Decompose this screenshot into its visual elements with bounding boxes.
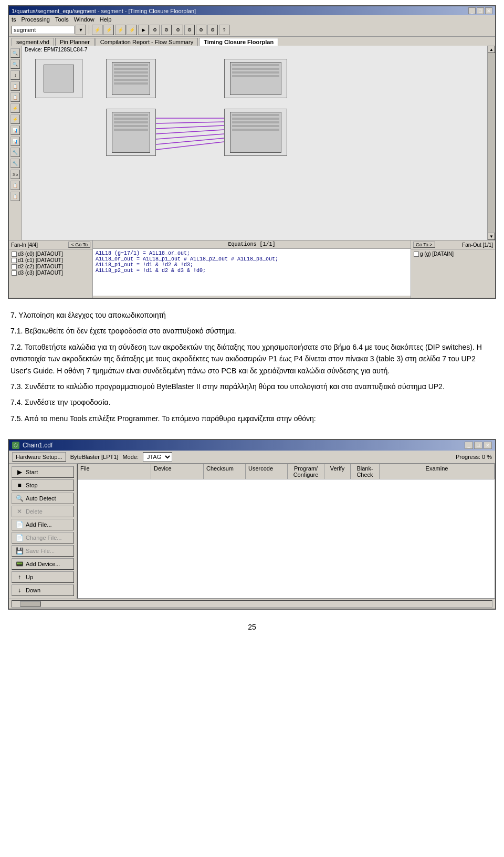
equation-line-0: A1L18 (g~17/1) = A1L18_or_out; [96, 250, 408, 256]
save-file-button[interactable]: 💾 Save File... [12, 545, 74, 557]
toolbar-btn-8[interactable]: ⚙ [161, 25, 172, 35]
scroll-track[interactable] [488, 53, 495, 233]
fan-in-title: Fan-In [4/4] [11, 242, 38, 248]
toolbar-btn-6[interactable]: ▶ [138, 25, 149, 35]
auto-detect-button[interactable]: 🔍 Auto Detect [12, 493, 74, 504]
left-icon-12[interactable]: Xb [10, 170, 20, 179]
menu-ts[interactable]: ts [12, 16, 16, 23]
fan-in-label-1: d1 (c1) [DATAOUT] [18, 257, 63, 263]
dialog-maximize-btn[interactable]: □ [474, 442, 482, 449]
fan-checkbox-1[interactable] [12, 258, 17, 263]
left-icon-3[interactable]: ↕ [10, 70, 20, 80]
stop-button[interactable]: ■ Stop [12, 479, 74, 491]
up-icon: ↑ [15, 573, 24, 581]
ide-main-content: 🔍 🔍 ↕ 📋 📋 ⚡ ⚡ 📊 📊 🔧 🔧 Xb 📋 📋 Device: EPM… [9, 46, 495, 240]
ide-right-scrollbar[interactable]: ▲ ▼ [487, 46, 495, 240]
fan-in-content: d3 (c0) [DATAOUT] d1 (c1) [DATAOUT] d2 (… [9, 249, 92, 277]
action-buttons-panel: ▶ Start ■ Stop 🔍 Auto Detect ✕ Delete 📄 … [9, 464, 77, 599]
menu-window[interactable]: Window [74, 16, 94, 23]
page-content: 7. Υλοποίηση και έλεγχος του αποκωδικοπο… [0, 304, 504, 434]
change-file-button[interactable]: 📄 Change File... [12, 532, 74, 544]
floorplan-area[interactable]: Device: EPM7128SLC84-7 [22, 46, 487, 240]
left-icon-8[interactable]: 📊 [10, 126, 20, 135]
toolbar-btn-10[interactable]: ⚙ [184, 25, 195, 35]
add-device-button[interactable]: 📟 Add Device... [12, 558, 74, 570]
up-button[interactable]: ↑ Up [12, 571, 74, 583]
equations-content: A1L18 (g~17/1) = A1L18_or_out; A1L18_or_… [93, 249, 411, 296]
menu-processing[interactable]: Processing [22, 16, 50, 23]
toolbar-btn-4[interactable]: ⚡ [115, 25, 125, 35]
scrollbar-thumb[interactable] [20, 601, 41, 607]
col-checksum: Checksum [204, 464, 246, 479]
dialog-minimize-btn[interactable]: _ [465, 442, 473, 449]
chip-inner-2 [112, 62, 150, 95]
ide-close-btn[interactable]: ✕ [485, 7, 492, 14]
left-icon-10[interactable]: 🔧 [10, 148, 20, 157]
dialog-close-btn[interactable]: ✕ [484, 442, 492, 449]
left-icon-13[interactable]: 📋 [10, 181, 20, 190]
fan-out-checkbox-0[interactable] [414, 252, 419, 257]
start-icon: ▶ [15, 468, 24, 476]
ide-left-panel: 🔍 🔍 ↕ 📋 📋 ⚡ ⚡ 📊 📊 🔧 🔧 Xb 📋 📋 [9, 46, 22, 240]
fan-in-label-3: d3 (c3) [DATAOUT] [18, 270, 63, 276]
fan-checkbox-3[interactable] [12, 270, 17, 276]
toolbar-btn-7[interactable]: ⚙ [150, 25, 160, 35]
scrollbar-horizontal[interactable] [12, 600, 492, 608]
tab-segment-vhd[interactable]: segment.vhd [12, 38, 54, 46]
toolbar-btn-13[interactable]: ? [219, 25, 229, 35]
ide-window: 1/quartus/segment_equ/segment - segment … [8, 5, 496, 299]
start-button[interactable]: ▶ Start [12, 466, 74, 478]
toolbar-project-input[interactable] [12, 26, 75, 34]
mode-select[interactable]: JTAG [143, 452, 172, 462]
ide-maximize-btn[interactable]: □ [477, 7, 484, 14]
tab-compilation-report[interactable]: Compilation Report - Flow Summary [96, 38, 198, 46]
save-file-icon: 💾 [15, 547, 24, 555]
toolbar-btn-12[interactable]: ⚙ [207, 25, 218, 35]
scroll-down-arrow[interactable]: ▼ [488, 233, 495, 240]
delete-icon: ✕ [15, 507, 24, 516]
toolbar-btn-9[interactable]: ⚙ [173, 25, 183, 35]
fan-checkbox-2[interactable] [12, 264, 17, 269]
fan-in-label-0: d3 (c0) [DATAOUT] [18, 251, 63, 257]
left-icon-4[interactable]: 📋 [10, 81, 20, 91]
toolbar-btn-5[interactable]: ⚡ [127, 25, 137, 35]
toolbar-btn-1[interactable]: ▼ [76, 25, 86, 35]
left-icon-14[interactable]: 📋 [10, 192, 20, 201]
left-icon-6[interactable]: ⚡ [10, 103, 20, 113]
col-device: Device [151, 464, 204, 479]
add-file-label: Add File... [26, 521, 52, 528]
left-icon-9[interactable]: 📊 [10, 137, 20, 146]
menu-help[interactable]: Help [100, 16, 112, 23]
toolbar-btn-2[interactable]: ⚡ [92, 25, 102, 35]
svg-line-1 [156, 122, 224, 123]
delete-button[interactable]: ✕ Delete [12, 506, 74, 517]
step7-2: 7.2. Τοποθετήστε καλώδια για τη σύνδεση … [10, 341, 494, 377]
col-file: File [78, 464, 151, 479]
left-icon-2[interactable]: 🔍 [10, 59, 20, 69]
fan-in-item-0: d3 (c0) [DATAOUT] [12, 251, 90, 257]
change-file-icon: 📄 [15, 534, 24, 542]
left-icon-1[interactable]: 🔍 [10, 48, 20, 58]
left-icon-5[interactable]: 📋 [10, 92, 20, 102]
fan-in-goto-btn[interactable]: < Go To [68, 242, 90, 248]
tab-pin-planner[interactable]: Pin Planner [55, 38, 94, 46]
toolbar-btn-3[interactable]: ⚡ [103, 25, 114, 35]
tab-timing-closure[interactable]: Timing Closure Floorplan [199, 38, 278, 46]
left-icon-11[interactable]: 🔧 [10, 159, 20, 168]
ide-minimize-btn[interactable]: _ [468, 7, 476, 14]
fan-out-goto-btn[interactable]: Go To > [413, 242, 435, 248]
chain1-dialog: ⬡ Chain1.cdf _ □ ✕ Hardware Setup... Byt… [8, 439, 496, 610]
down-button[interactable]: ↓ Down [12, 584, 74, 596]
equations-header: Equations [1/1] [93, 241, 411, 249]
dialog-title-bar: ⬡ Chain1.cdf _ □ ✕ [9, 440, 495, 451]
left-icon-7[interactable]: ⚡ [10, 114, 20, 124]
hardware-setup-btn[interactable]: Hardware Setup... [12, 452, 66, 462]
fan-checkbox-0[interactable] [12, 252, 17, 257]
dialog-toolbar: Hardware Setup... ByteBlaster [LPT1] Mod… [9, 451, 495, 464]
menu-tools[interactable]: Tools [55, 16, 69, 23]
stop-icon: ■ [15, 481, 24, 489]
equation-line-1: A1L18_or_out = A1L18_p1_out # A1L18_p2_o… [96, 256, 408, 262]
toolbar-btn-11[interactable]: ⚙ [196, 25, 206, 35]
scroll-up-arrow[interactable]: ▲ [488, 46, 495, 53]
add-file-button[interactable]: 📄 Add File... [12, 519, 74, 530]
